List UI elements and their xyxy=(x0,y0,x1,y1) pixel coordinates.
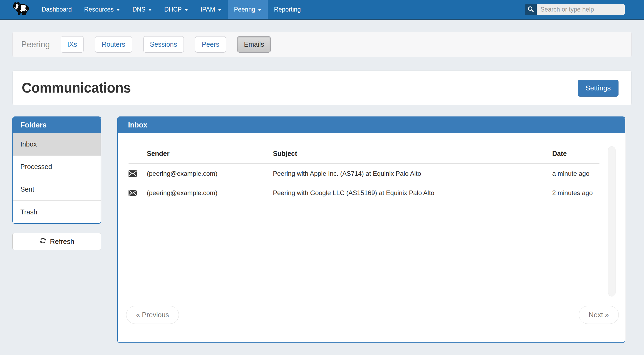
page-header-card: Communications Settings xyxy=(12,70,632,105)
nav-label: Resources xyxy=(84,6,114,13)
search-input[interactable] xyxy=(537,4,625,15)
folder-item-trash[interactable]: Trash xyxy=(13,201,101,223)
tab-emails[interactable]: Emails xyxy=(237,36,271,53)
inbox-panel: Inbox Sender Subject Date (peering@examp… xyxy=(117,116,625,343)
caret-down-icon xyxy=(184,9,188,11)
refresh-icon xyxy=(39,237,47,246)
nav-label: Reporting xyxy=(274,6,301,13)
column-header-date: Date xyxy=(552,150,599,163)
subnav-label: Peering xyxy=(21,40,50,49)
header-icon-spacer xyxy=(129,158,147,163)
inbox-panel-title: Inbox xyxy=(118,117,625,133)
mail-row[interactable]: (peering@example.com) Peering with Apple… xyxy=(129,164,599,183)
nav-item-dashboard[interactable]: Dashboard xyxy=(35,0,78,19)
folders-panel-title: Folders xyxy=(13,117,101,133)
folder-item-sent[interactable]: Sent xyxy=(13,178,101,201)
envelope-icon xyxy=(129,190,147,196)
page-title: Communications xyxy=(22,80,131,96)
tab-routers[interactable]: Routers xyxy=(95,36,132,53)
caret-down-icon xyxy=(258,9,262,11)
app-screen: Dashboard Resources DNS DHCP IPAM Peerin… xyxy=(0,0,644,355)
column-header-sender: Sender xyxy=(147,150,273,163)
caret-down-icon xyxy=(116,9,120,11)
next-page-button[interactable]: Next » xyxy=(579,306,619,324)
nav-item-ipam[interactable]: IPAM xyxy=(194,0,228,19)
nav-item-reporting[interactable]: Reporting xyxy=(268,0,307,19)
peering-subnav: Peering IXs Routers Sessions Peers Email… xyxy=(12,32,632,57)
nav-label: Peering xyxy=(234,6,255,13)
brand-logo[interactable] xyxy=(0,0,35,19)
refresh-button[interactable]: Refresh xyxy=(12,233,101,250)
nav-label: DNS xyxy=(132,6,145,13)
column-header-subject: Subject xyxy=(273,150,552,163)
nav-item-dns[interactable]: DNS xyxy=(126,0,158,19)
mail-date: 2 minutes ago xyxy=(552,189,599,197)
nav-label: DHCP xyxy=(164,6,182,13)
nav-menu: Dashboard Resources DNS DHCP IPAM Peerin… xyxy=(35,0,307,19)
subnav-tabs: IXs Routers Sessions Peers Emails xyxy=(61,36,271,53)
tab-peers[interactable]: Peers xyxy=(195,36,226,53)
mail-sender: (peering@example.com) xyxy=(147,189,273,197)
settings-button[interactable]: Settings xyxy=(578,80,619,97)
nav-label: Dashboard xyxy=(42,6,72,13)
nav-item-peering[interactable]: Peering xyxy=(228,0,268,19)
panda-logo-icon xyxy=(12,1,29,17)
global-search xyxy=(525,4,625,15)
vertical-scrollbar[interactable] xyxy=(608,146,616,297)
folders-panel: Folders Inbox Processed Sent Trash xyxy=(12,116,101,224)
tab-sessions[interactable]: Sessions xyxy=(143,36,184,53)
caret-down-icon xyxy=(148,9,152,11)
folder-item-processed[interactable]: Processed xyxy=(13,156,101,178)
top-navbar: Dashboard Resources DNS DHCP IPAM Peerin… xyxy=(0,0,644,20)
mail-row[interactable]: (peering@example.com) Peering with Googl… xyxy=(129,183,599,203)
search-button[interactable] xyxy=(525,4,537,15)
refresh-label: Refresh xyxy=(50,237,74,246)
inbox-body: Sender Subject Date (peering@example.com… xyxy=(118,133,625,342)
mail-sender: (peering@example.com) xyxy=(147,170,273,177)
envelope-icon xyxy=(129,170,147,177)
mail-subject: Peering with Apple Inc. (AS714) at Equin… xyxy=(273,170,552,177)
nav-item-resources[interactable]: Resources xyxy=(78,0,126,19)
search-icon xyxy=(528,6,534,13)
caret-down-icon xyxy=(218,9,222,11)
folder-item-inbox[interactable]: Inbox xyxy=(13,133,101,156)
mail-date: a minute ago xyxy=(552,170,599,177)
mail-subject: Peering with Google LLC (AS15169) at Equ… xyxy=(273,189,552,197)
tab-ixs[interactable]: IXs xyxy=(61,36,84,53)
previous-page-button[interactable]: « Previous xyxy=(126,306,179,324)
mail-table-header: Sender Subject Date xyxy=(129,133,599,164)
mail-table: Sender Subject Date (peering@example.com… xyxy=(129,133,599,203)
nav-item-dhcp[interactable]: DHCP xyxy=(158,0,194,19)
nav-label: IPAM xyxy=(200,6,215,13)
